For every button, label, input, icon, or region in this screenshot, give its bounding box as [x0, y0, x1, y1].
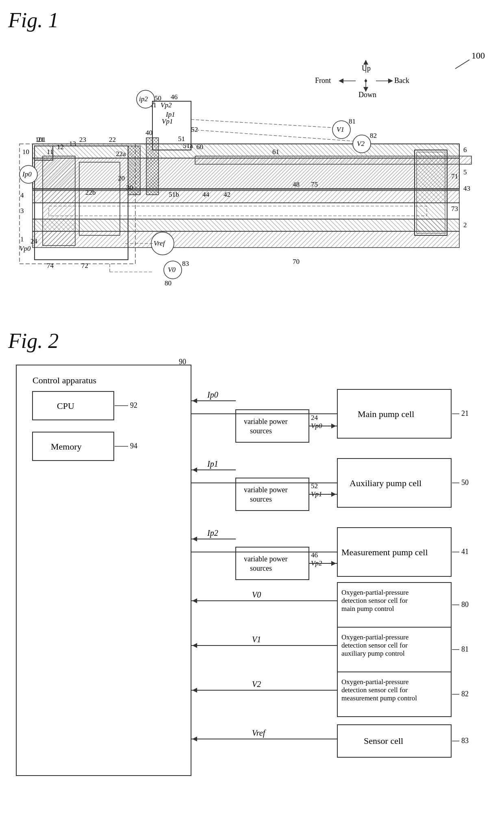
fig1-diagram: 100 Up Down Front Back 1 — [8, 36, 496, 313]
dir-front: Front — [315, 76, 331, 85]
ref-22a: 22a — [116, 150, 126, 158]
svg-marker-51 — [192, 398, 197, 403]
fig2-label: Fig. 2 — [8, 329, 496, 353]
vps1-ref1: 24 — [311, 414, 318, 422]
ref-48: 48 — [293, 180, 300, 188]
vps-2-label2: sources — [250, 495, 272, 503]
svg-marker-60 — [192, 467, 197, 472]
ref-100: 100 — [471, 50, 485, 61]
meas-pump-cell-label: Measurement pump cell — [341, 547, 428, 557]
vps-3-label: variable power — [244, 555, 287, 563]
svg-line-5 — [455, 60, 469, 69]
svg-rect-45 — [16, 365, 191, 776]
svg-marker-78 — [192, 598, 197, 603]
o2-meas-ref: 82 — [461, 690, 469, 698]
ref-51b: 51b — [169, 191, 179, 198]
o2-meas-label1: Oxygen-partial-pressure — [341, 678, 408, 686]
ref-82: 82 — [370, 132, 377, 139]
ref-vp1: Vp1 — [162, 117, 173, 125]
ref-v1: V1 — [337, 126, 344, 133]
svg-rect-29 — [128, 146, 140, 195]
svg-rect-15 — [33, 231, 459, 248]
cpu-label: CPU — [57, 401, 74, 411]
meas-pump-ref: 41 — [461, 548, 469, 556]
svg-rect-52 — [236, 410, 309, 442]
sensor-cell-label: Sensor cell — [364, 736, 403, 746]
control-apparatus-label: Control apparatus — [33, 375, 96, 385]
svg-line-38 — [191, 120, 333, 128]
svg-line-39 — [191, 130, 353, 141]
vps-1-label: variable power — [244, 417, 287, 426]
vps-1-label2: sources — [250, 427, 272, 435]
ref-6: 6 — [463, 146, 467, 154]
ref-23: 23 — [79, 136, 86, 143]
ref-5: 5 — [463, 168, 467, 176]
memory-ref: 94 — [130, 442, 137, 450]
fig1-svg: 100 Up Down Front Back 1 — [8, 36, 496, 313]
o2-aux-ref: 81 — [461, 645, 469, 653]
svg-marker-54 — [331, 424, 336, 428]
fig1-label: Fig. 1 — [8, 8, 496, 32]
svg-marker-86 — [192, 688, 197, 693]
o2-main-label2: detection sensor cell for — [341, 597, 408, 604]
ref-ip0: Ip0 — [22, 170, 32, 178]
svg-rect-22 — [33, 189, 459, 191]
ref-101: 101 — [35, 136, 46, 143]
svg-rect-35 — [417, 152, 445, 233]
o2-main-ref: 80 — [461, 600, 469, 609]
ref-51a: 51a — [183, 142, 193, 150]
ref-vref: Vref — [154, 239, 166, 247]
ref-43: 43 — [463, 185, 470, 192]
main-pump-cell-label: Main pump cell — [358, 409, 414, 419]
aux-pump-ref: 50 — [461, 478, 469, 487]
o2-meas-label2: detection sensor cell for — [341, 686, 408, 694]
ref-24: 24 — [30, 237, 38, 245]
svg-rect-16 — [33, 219, 459, 231]
ref-3: 3 — [20, 207, 24, 215]
ref-11: 11 — [47, 148, 53, 156]
o2-meas-label3: measurement pump control — [341, 694, 417, 702]
ref-ip2: ip2 — [139, 95, 148, 103]
dir-up: Up — [362, 64, 371, 72]
o2-aux-label3: auxiliary pump control — [341, 650, 405, 657]
fig2-svg: 90 Control apparatus CPU 92 Memory 94 Ip… — [8, 357, 496, 784]
ref-83: 83 — [182, 260, 189, 267]
ref-22: 22 — [109, 136, 116, 143]
fig2-diagram: 90 Control apparatus CPU 92 Memory 94 Ip… — [8, 357, 496, 784]
o2-aux-label1: Oxygen-partial-pressure — [341, 633, 408, 641]
ref-v2: V2 — [357, 140, 365, 148]
svg-point-14 — [365, 80, 367, 82]
ref-22b: 22b — [85, 189, 96, 196]
ref-20: 20 — [118, 174, 125, 182]
ref-2: 2 — [463, 221, 467, 229]
ip0-label: Ip0 — [207, 390, 218, 400]
ref-61: 61 — [272, 148, 279, 156]
o2-main-label1: Oxygen-partial-pressure — [341, 589, 408, 596]
ref-12: 12 — [57, 143, 64, 151]
ref-72: 72 — [81, 262, 88, 269]
ref-10: 10 — [22, 148, 29, 156]
sensor-cell-ref: 83 — [461, 737, 469, 745]
ref-40: 40 — [146, 129, 152, 137]
ip2-label2: Ip2 — [207, 528, 218, 538]
svg-marker-69 — [192, 537, 197, 541]
svg-rect-18 — [49, 206, 427, 216]
svg-marker-7 — [363, 60, 368, 65]
dir-back: Back — [394, 76, 409, 85]
v1-label2: V1 — [252, 635, 261, 644]
svg-rect-17 — [33, 203, 459, 219]
ref-52: 52 — [191, 126, 198, 133]
vps-2-label: variable power — [244, 486, 287, 494]
ref-46: 46 — [171, 93, 178, 101]
svg-marker-63 — [331, 492, 336, 497]
cpu-ref: 92 — [130, 401, 137, 409]
ref-74: 74 — [47, 262, 54, 269]
ref-60: 60 — [196, 143, 203, 151]
ref-v0: V0 — [168, 266, 176, 274]
dir-down: Down — [358, 91, 376, 99]
o2-main-label3: main pump control — [341, 605, 394, 613]
ref-42: 42 — [224, 191, 230, 198]
vref-label2: Vref — [252, 728, 266, 738]
memory-label: Memory — [51, 441, 82, 452]
ref-44: 44 — [202, 191, 210, 198]
